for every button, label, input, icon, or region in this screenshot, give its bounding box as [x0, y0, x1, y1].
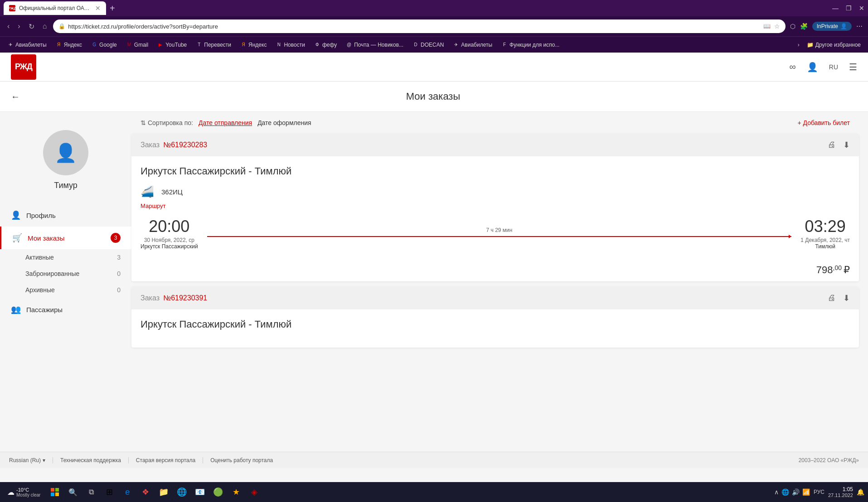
bookmark-funcii[interactable]: F Функции для испо...: [498, 40, 563, 50]
page-title: Мои заказы: [27, 91, 839, 102]
notification-icon[interactable]: 🔔: [857, 488, 864, 496]
sidebar-item-reserved[interactable]: Забронированные 0: [0, 265, 131, 282]
bookmark-favicon: Я: [56, 42, 62, 48]
app-6[interactable]: 📧: [192, 484, 208, 500]
browser-more-button[interactable]: ⋯: [856, 23, 863, 30]
price-decimal-1: ,00: [833, 264, 842, 276]
order-card-2: Заказ №619230391 🖨 ⬇ Иркутск Пассажирски…: [131, 287, 859, 348]
bookmark-favicon: Ф: [314, 42, 320, 48]
bookmark-yandex-2[interactable]: Я Яндекс: [237, 40, 270, 50]
app-8[interactable]: ★: [228, 484, 244, 500]
download-button-2[interactable]: ⬇: [843, 293, 850, 303]
app-4[interactable]: 📁: [155, 484, 172, 500]
volume-icon[interactable]: 🔊: [792, 488, 800, 496]
footer-support[interactable]: Техническая поддержка: [53, 457, 129, 463]
sidebar-item-profile[interactable]: 👤 Профиль: [0, 204, 131, 227]
avatar-section: 👤 Тимур: [0, 121, 131, 199]
browser-title-bar: РЖД Официальный портал ОАО «Р» ✕ + — ❐ ✕: [0, 0, 868, 16]
extensions-icon[interactable]: 🧩: [800, 23, 808, 30]
bookmark-aviabilety-1[interactable]: ✈ Авиабилеты: [4, 40, 50, 50]
footer-rate-label: Оценить работу портала: [210, 457, 273, 463]
favorites-icon[interactable]: ☆: [774, 23, 780, 30]
refresh-button[interactable]: ↻: [27, 20, 36, 33]
sort-by-registration[interactable]: Дате оформления: [257, 119, 311, 126]
footer-old-version[interactable]: Старая версия портала: [129, 457, 203, 463]
bookmark-google[interactable]: G Google: [87, 40, 121, 50]
keyboard-lang[interactable]: РУС: [814, 489, 824, 495]
bookmark-fefu[interactable]: Ф фефу: [310, 40, 340, 50]
print-button-1[interactable]: 🖨: [828, 140, 836, 150]
inprivate-button[interactable]: InPrivate 👤: [812, 22, 852, 31]
bookmark-favicon: ✈: [453, 42, 459, 48]
taskbar-weather[interactable]: ☁ -10°C Mostly clear: [4, 485, 44, 499]
back-nav-button[interactable]: ‹: [5, 20, 11, 32]
bookmark-pochta[interactable]: @ Почта — Новиков...: [342, 40, 407, 50]
start-button[interactable]: [47, 484, 63, 500]
close-button[interactable]: ✕: [859, 5, 864, 12]
infinity-icon[interactable]: ∞: [790, 62, 796, 72]
url-input[interactable]: 🔒 https://ticket.rzd.ru/profile/orders/a…: [53, 19, 785, 33]
arrive-time-1: 03:29: [800, 217, 850, 236]
user-icon[interactable]: 👤: [807, 62, 818, 72]
network-icon[interactable]: 🌐: [781, 488, 789, 496]
sidebar-item-passengers[interactable]: 👥 Пассажиры: [0, 298, 131, 321]
tab-close-button[interactable]: ✕: [95, 5, 101, 12]
search-button[interactable]: 🔍: [65, 484, 81, 500]
taskview-button[interactable]: ⧉: [83, 484, 99, 500]
price-currency-1: ₽: [844, 264, 850, 276]
bookmark-youtube[interactable]: ▶ YouTube: [154, 40, 190, 50]
app-icon-3: ❖: [142, 487, 149, 497]
rzd-logo[interactable]: РЖД: [11, 54, 36, 80]
minimize-button[interactable]: —: [832, 5, 839, 12]
bookmark-label: Новости: [284, 42, 305, 48]
bookmarks-other-folder[interactable]: 📁 Другое избранное: [803, 40, 864, 50]
bookmarks-more-button[interactable]: ›: [796, 42, 801, 48]
bookmark-doecan[interactable]: D DOECAN: [409, 40, 447, 50]
sidebar-item-active[interactable]: Активные 3: [0, 249, 131, 265]
reader-mode-icon[interactable]: 📖: [763, 23, 771, 30]
sort-by-departure[interactable]: Дате отправления: [199, 119, 252, 126]
new-tab-button[interactable]: +: [110, 3, 115, 14]
wifi-icon[interactable]: 📶: [802, 488, 810, 496]
sidebar-item-archived[interactable]: Архивные 0: [0, 282, 131, 298]
hamburger-menu-icon[interactable]: ☰: [849, 62, 857, 72]
bookmark-yandex-1[interactable]: Я Яндекс: [52, 40, 86, 50]
browser-tool-icon[interactable]: ⬡: [790, 23, 795, 30]
sidebar: 👤 Тимур 👤 Профиль 🛒 Мои заказы 3 Активны…: [0, 112, 131, 452]
app-7[interactable]: 🟢: [210, 484, 226, 500]
back-button[interactable]: ←: [11, 92, 20, 102]
bookmark-favicon: Я: [240, 42, 247, 48]
forward-nav-button[interactable]: ›: [16, 20, 22, 32]
bookmark-gmail[interactable]: M Gmail: [122, 40, 152, 50]
home-button[interactable]: ⌂: [41, 20, 49, 32]
restore-button[interactable]: ❐: [846, 5, 852, 12]
footer-rate[interactable]: Оценить работу портала: [203, 457, 280, 463]
order-price-row-1: 798,00 ₽: [131, 259, 859, 281]
app-icon-5: 🌐: [177, 487, 187, 497]
app-icon-9: ◈: [251, 487, 257, 497]
bookmark-perevesti[interactable]: T Перевести: [192, 40, 235, 50]
bookmark-novosti[interactable]: N Новости: [272, 40, 308, 50]
footer-old-version-label: Старая версия портала: [136, 457, 195, 463]
chevron-up-icon[interactable]: ∧: [774, 488, 779, 496]
app-9[interactable]: ◈: [246, 484, 262, 500]
add-ticket-button[interactable]: + Добавить билет: [797, 119, 850, 126]
taskbar-time[interactable]: 1:05 27.11.2022: [828, 486, 853, 498]
taskview-icon: ⧉: [89, 488, 94, 496]
app-3[interactable]: ❖: [137, 484, 154, 500]
download-button-1[interactable]: ⬇: [843, 140, 850, 150]
footer-lang[interactable]: Russian (Ru) ▾: [9, 457, 53, 463]
print-button-2[interactable]: 🖨: [828, 293, 836, 303]
route-link-1[interactable]: Маршрут: [141, 203, 165, 209]
language-selector[interactable]: RU: [829, 63, 838, 71]
app-edge[interactable]: e: [119, 484, 136, 500]
bookmark-aviabilety-2[interactable]: ✈ Авиабилеты: [449, 40, 496, 50]
train-number-1: 362ИЦ: [161, 188, 183, 196]
browser-tab[interactable]: РЖД Официальный портал ОАО «Р» ✕: [4, 1, 106, 15]
app-icon-8: ★: [233, 487, 240, 497]
app-5[interactable]: 🌐: [174, 484, 190, 500]
price-main-1: 798: [816, 264, 833, 276]
sidebar-item-my-orders[interactable]: 🛒 Мои заказы 3: [0, 227, 131, 249]
app-1[interactable]: ⊞: [101, 484, 117, 500]
security-icon: 🔒: [58, 23, 65, 29]
